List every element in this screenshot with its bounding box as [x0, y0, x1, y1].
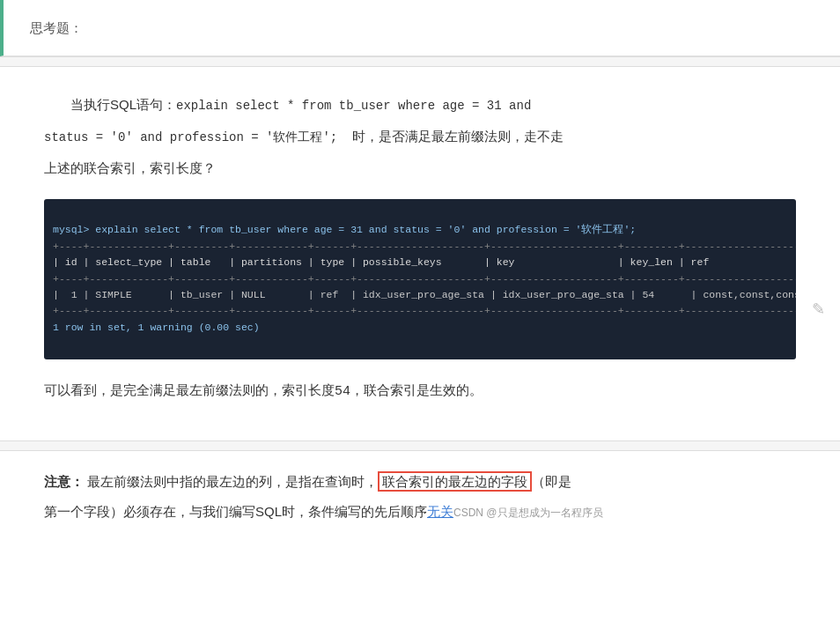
- sql-explanation-paragraph: 当执行SQL语句：explain select * from tb_user w…: [44, 92, 796, 118]
- csdn-reference: CSDN @只是想成为一名程序员: [453, 507, 603, 519]
- code-line1: mysql> explain select * from tb_user whe…: [53, 224, 636, 235]
- code-header: | id | select_type | table | partitions …: [53, 256, 796, 268]
- section-divider-2: [0, 440, 840, 451]
- code-sep1: +----+-------------+---------+----------…: [53, 240, 796, 252]
- note-after-highlight: （即是: [532, 474, 571, 489]
- top-section-label: 思考题：: [30, 16, 814, 40]
- note-second-paragraph: 第一个字段）必须存在，与我们编写SQL时，条件编写的先后顺序无关CSDN @只是…: [44, 499, 796, 525]
- note-text-before-highlight: 最左前缀法则中指的最左边的列，是指在查询时，: [87, 474, 378, 489]
- highlight-text: 联合索引的最左边的字段: [378, 471, 532, 492]
- sql-explanation-line3: 上述的联合索引，索引长度？: [44, 155, 796, 181]
- result-text-suffix: ，联合索引是生效的。: [350, 382, 483, 397]
- paragraph-prefix: 当执行SQL语句：: [70, 97, 176, 112]
- note-label: 注意：: [44, 474, 84, 489]
- result-text-prefix: 可以看到，是完全满足最左前缀法则的，索引长度: [44, 382, 335, 397]
- note-paragraph: 注意： 最左前缀法则中指的最左边的列，是指在查询时，联合索引的最左边的字段（即是: [44, 469, 796, 495]
- edit-icon: ✎: [812, 295, 825, 323]
- underline-text: 无关: [427, 504, 453, 519]
- code-sep2: +----+-------------+---------+----------…: [53, 273, 796, 285]
- code-footer: 1 row in set, 1 warning (0.00 sec): [53, 322, 260, 333]
- sql-inline-2: status = '0' and profession = '软件工程';: [44, 130, 337, 144]
- second-para-main: 第一个字段）必须存在，与我们编写SQL时，条件编写的先后顺序: [44, 504, 427, 519]
- code-data: | 1 | SIMPLE | tb_user | NULL | ref | id…: [53, 289, 796, 300]
- section-divider: [0, 56, 840, 67]
- main-section: ✎ 当执行SQL语句：explain select * from tb_user…: [0, 67, 840, 440]
- sql-explanation-line2: status = '0' and profession = '软件工程'; 时，…: [44, 123, 796, 150]
- sql-inline-1: explain select * from tb_user where age …: [176, 99, 531, 113]
- paragraph-line3: 上述的联合索引，索引长度？: [44, 160, 216, 175]
- page-container: 思考题： ✎ 当执行SQL语句：explain select * from tb…: [0, 0, 840, 543]
- paragraph-suffix: 时，是否满足最左前缀法则，走不走: [352, 129, 564, 144]
- code-sep3: +----+-------------+---------+----------…: [53, 305, 796, 316]
- index-length: 54: [335, 384, 350, 399]
- edit-button[interactable]: ✎: [805, 296, 831, 322]
- note-section: 注意： 最左前缀法则中指的最左边的列，是指在查询时，联合索引的最左边的字段（即是…: [0, 451, 840, 543]
- top-section: 思考题：: [0, 0, 840, 56]
- sql-result-block: mysql> explain select * from tb_user whe…: [44, 199, 796, 359]
- result-paragraph: 可以看到，是完全满足最左前缀法则的，索引长度54，联合索引是生效的。: [44, 377, 796, 405]
